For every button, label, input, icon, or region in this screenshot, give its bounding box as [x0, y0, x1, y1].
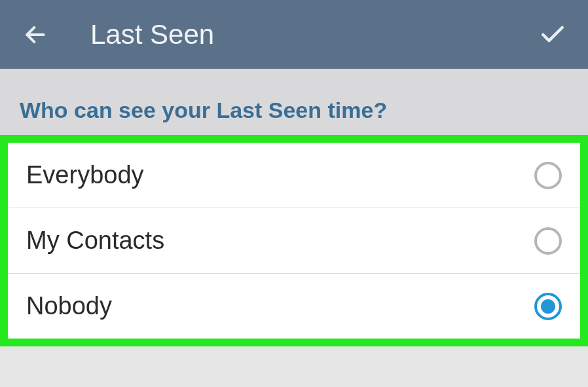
option-nobody[interactable]: Nobody: [8, 274, 580, 339]
app-header: Last Seen: [0, 0, 588, 69]
arrow-left-icon: [23, 22, 48, 47]
radio-icon: [534, 162, 562, 189]
option-label: Everybody: [26, 161, 144, 189]
section-header: Who can see your Last Seen time?: [0, 78, 588, 135]
radio-icon: [534, 227, 562, 255]
section-title: Who can see your Last Seen time?: [20, 98, 568, 123]
option-label: Nobody: [26, 292, 112, 320]
option-label: My Contacts: [26, 227, 164, 255]
radio-inner-dot: [541, 299, 555, 314]
confirm-button[interactable]: [537, 19, 568, 50]
options-list: Everybody My Contacts Nobody: [0, 135, 588, 346]
option-my-contacts[interactable]: My Contacts: [8, 208, 580, 274]
back-button[interactable]: [20, 19, 51, 50]
header-gap: [0, 69, 588, 78]
option-everybody[interactable]: Everybody: [8, 143, 580, 208]
page-title: Last Seen: [90, 19, 537, 50]
check-icon: [538, 20, 567, 49]
radio-icon-selected: [534, 293, 562, 320]
